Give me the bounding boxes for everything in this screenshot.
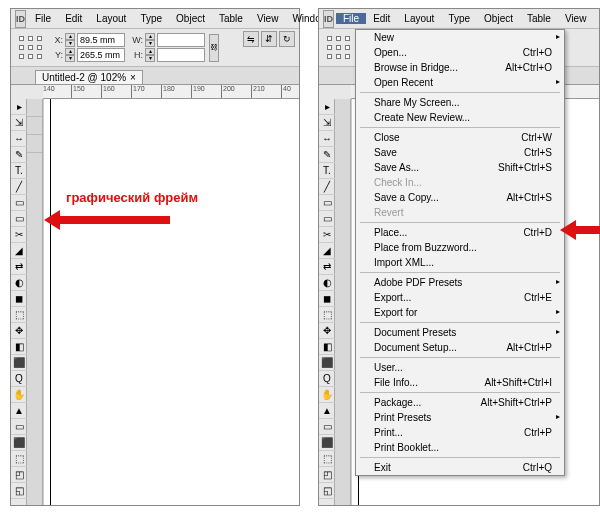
reference-point-icon[interactable] bbox=[17, 34, 45, 62]
menu-view[interactable]: View bbox=[558, 13, 594, 24]
menu-item-document-presets[interactable]: Document Presets▸ bbox=[356, 325, 564, 340]
h-input[interactable] bbox=[157, 48, 205, 62]
menu-view[interactable]: View bbox=[250, 13, 286, 24]
w-input[interactable] bbox=[157, 33, 205, 47]
menu-item-new[interactable]: New▸ bbox=[356, 30, 564, 45]
mini-panel-icon[interactable] bbox=[27, 135, 42, 153]
menu-item-file-info[interactable]: File Info...Alt+Shift+Ctrl+I bbox=[356, 375, 564, 390]
menu-item-save-as[interactable]: Save As...Shift+Ctrl+S bbox=[356, 160, 564, 175]
tool-1[interactable]: ⇲ bbox=[319, 115, 335, 131]
tool-15[interactable]: ◧ bbox=[11, 339, 27, 355]
menu-item-place-from-buzzword[interactable]: Place from Buzzword... bbox=[356, 240, 564, 255]
menu-item-import-xml[interactable]: Import XML... bbox=[356, 255, 564, 270]
menu-item-print[interactable]: Print...Ctrl+P bbox=[356, 425, 564, 440]
tool-16[interactable]: ⬛ bbox=[11, 355, 27, 371]
constrain-link-icon[interactable]: ⛓ bbox=[209, 34, 219, 62]
menu-item-share-my-screen[interactable]: Share My Screen... bbox=[356, 95, 564, 110]
tool-10[interactable]: ⇄ bbox=[11, 259, 27, 275]
close-tab-icon[interactable]: × bbox=[130, 72, 136, 83]
menu-type[interactable]: Type bbox=[441, 13, 477, 24]
tool-22[interactable]: ⬚ bbox=[11, 451, 27, 467]
tool-5[interactable]: ╱ bbox=[11, 179, 27, 195]
menu-edit[interactable]: Edit bbox=[366, 13, 397, 24]
tool-7[interactable]: ▭ bbox=[11, 211, 27, 227]
tool-15[interactable]: ◧ bbox=[319, 339, 335, 355]
menu-layout[interactable]: Layout bbox=[89, 13, 133, 24]
flip-v-icon[interactable]: ⇵ bbox=[261, 31, 277, 47]
menu-item-save-a-copy[interactable]: Save a Copy...Alt+Ctrl+S bbox=[356, 190, 564, 205]
reference-point-icon[interactable] bbox=[325, 34, 353, 62]
menu-item-export[interactable]: Export...Ctrl+E bbox=[356, 290, 564, 305]
menu-layout[interactable]: Layout bbox=[397, 13, 441, 24]
tool-2[interactable]: ↔ bbox=[11, 131, 27, 147]
tool-24[interactable]: ◱ bbox=[11, 483, 27, 499]
tool-9[interactable]: ◢ bbox=[11, 243, 27, 259]
x-stepper[interactable]: ▴▾ bbox=[65, 33, 75, 47]
tool-11[interactable]: ◐ bbox=[11, 275, 27, 291]
tool-18[interactable]: ✋ bbox=[319, 387, 335, 403]
tool-16[interactable]: ⬛ bbox=[319, 355, 335, 371]
tool-6[interactable]: ▭ bbox=[11, 195, 27, 211]
y-stepper[interactable]: ▴▾ bbox=[65, 48, 75, 62]
menu-item-close[interactable]: CloseCtrl+W bbox=[356, 130, 564, 145]
tool-19[interactable]: ▲ bbox=[319, 403, 335, 419]
h-stepper[interactable]: ▴▾ bbox=[145, 48, 155, 62]
tool-13[interactable]: ⬚ bbox=[319, 307, 335, 323]
tool-23[interactable]: ◰ bbox=[319, 467, 335, 483]
mini-panel-icon[interactable] bbox=[27, 99, 42, 117]
menu-table[interactable]: Table bbox=[212, 13, 250, 24]
tool-3[interactable]: ✎ bbox=[319, 147, 335, 163]
menu-file[interactable]: File bbox=[28, 13, 58, 24]
tool-9[interactable]: ◢ bbox=[319, 243, 335, 259]
tool-3[interactable]: ✎ bbox=[11, 147, 27, 163]
menu-item-print-booklet[interactable]: Print Booklet... bbox=[356, 440, 564, 455]
tool-0[interactable]: ▸ bbox=[11, 99, 27, 115]
menu-item-open-recent[interactable]: Open Recent▸ bbox=[356, 75, 564, 90]
menu-file[interactable]: File bbox=[336, 13, 366, 24]
tool-5[interactable]: ╱ bbox=[319, 179, 335, 195]
tool-8[interactable]: ✂ bbox=[11, 227, 27, 243]
tool-17[interactable]: Q bbox=[319, 371, 335, 387]
menu-item-place[interactable]: Place...Ctrl+D bbox=[356, 225, 564, 240]
flip-h-icon[interactable]: ⇋ bbox=[243, 31, 259, 47]
tool-24[interactable]: ◱ bbox=[319, 483, 335, 499]
rotate-icon[interactable]: ↻ bbox=[279, 31, 295, 47]
tool-10[interactable]: ⇄ bbox=[319, 259, 335, 275]
tool-14[interactable]: ✥ bbox=[11, 323, 27, 339]
menu-table[interactable]: Table bbox=[520, 13, 558, 24]
tool-8[interactable]: ✂ bbox=[319, 227, 335, 243]
menu-edit[interactable]: Edit bbox=[58, 13, 89, 24]
menu-item-document-setup[interactable]: Document Setup...Alt+Ctrl+P bbox=[356, 340, 564, 355]
tool-4[interactable]: T. bbox=[11, 163, 27, 179]
tool-20[interactable]: ▭ bbox=[11, 419, 27, 435]
tool-23[interactable]: ◰ bbox=[11, 467, 27, 483]
canvas[interactable] bbox=[43, 99, 299, 505]
menu-item-print-presets[interactable]: Print Presets▸ bbox=[356, 410, 564, 425]
menu-item-adobe-pdf-presets[interactable]: Adobe PDF Presets▸ bbox=[356, 275, 564, 290]
y-input[interactable] bbox=[77, 48, 125, 62]
tool-1[interactable]: ⇲ bbox=[11, 115, 27, 131]
menu-object[interactable]: Object bbox=[169, 13, 212, 24]
menu-item-create-new-review[interactable]: Create New Review... bbox=[356, 110, 564, 125]
tool-21[interactable]: ⬛ bbox=[11, 435, 27, 451]
menu-item-browse-in-bridge[interactable]: Browse in Bridge...Alt+Ctrl+O bbox=[356, 60, 564, 75]
menu-item-package[interactable]: Package...Alt+Shift+Ctrl+P bbox=[356, 395, 564, 410]
mini-panel-icon[interactable] bbox=[27, 117, 42, 135]
tool-4[interactable]: T. bbox=[319, 163, 335, 179]
document-tab[interactable]: Untitled-2 @ 102% × bbox=[35, 70, 143, 84]
menu-item-user[interactable]: User... bbox=[356, 360, 564, 375]
tool-18[interactable]: ✋ bbox=[11, 387, 27, 403]
tool-2[interactable]: ↔ bbox=[319, 131, 335, 147]
menu-item-exit[interactable]: ExitCtrl+Q bbox=[356, 460, 564, 475]
tool-20[interactable]: ▭ bbox=[319, 419, 335, 435]
tool-19[interactable]: ▲ bbox=[11, 403, 27, 419]
w-stepper[interactable]: ▴▾ bbox=[145, 33, 155, 47]
menu-winc[interactable]: Winc bbox=[593, 13, 600, 24]
tool-7[interactable]: ▭ bbox=[319, 211, 335, 227]
x-input[interactable] bbox=[77, 33, 125, 47]
tool-21[interactable]: ⬛ bbox=[319, 435, 335, 451]
tool-14[interactable]: ✥ bbox=[319, 323, 335, 339]
tool-6[interactable]: ▭ bbox=[319, 195, 335, 211]
tool-22[interactable]: ⬚ bbox=[319, 451, 335, 467]
tool-12[interactable]: ◼ bbox=[11, 291, 27, 307]
